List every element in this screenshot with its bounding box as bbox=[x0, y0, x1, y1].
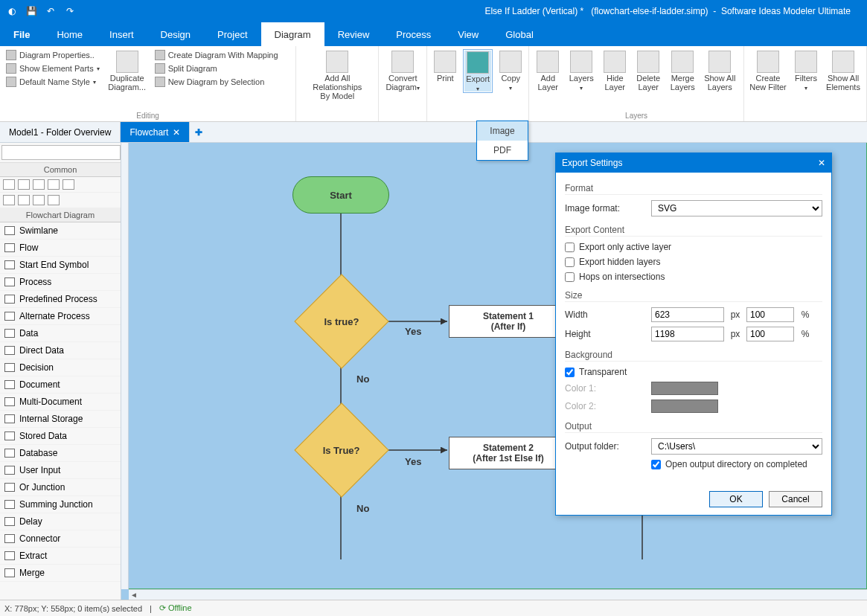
undo-icon[interactable]: ↶ bbox=[43, 4, 58, 19]
height-pct-input[interactable] bbox=[746, 327, 794, 341]
pointer-tool[interactable] bbox=[3, 179, 15, 190]
check-hidden-layers[interactable] bbox=[565, 257, 575, 267]
menu-view[interactable]: View bbox=[444, 22, 492, 46]
palette-item[interactable]: Database bbox=[0, 445, 121, 462]
add-tab-button[interactable]: ✚ bbox=[190, 122, 208, 142]
palette-item[interactable]: Decision bbox=[0, 359, 121, 376]
menu-process[interactable]: Process bbox=[383, 22, 444, 46]
app-icon: ◐ bbox=[4, 4, 19, 19]
menu-global[interactable]: Global bbox=[492, 22, 547, 46]
menu-diagram[interactable]: Diagram bbox=[261, 22, 324, 46]
export-image[interactable]: Image bbox=[477, 121, 528, 141]
palette-header-common: Common bbox=[0, 163, 121, 177]
split-diagram[interactable]: Split Diagram bbox=[153, 62, 280, 74]
menu-project[interactable]: Project bbox=[204, 22, 260, 46]
check-open-output[interactable] bbox=[651, 460, 661, 469]
palette-item[interactable]: Process bbox=[0, 274, 121, 291]
palette-item[interactable]: Alternate Process bbox=[0, 308, 121, 325]
ok-button[interactable]: OK bbox=[709, 491, 763, 507]
create-new-filter[interactable]: Create New Filter bbox=[749, 49, 787, 92]
export-button[interactable]: Export▾ bbox=[463, 49, 493, 93]
width-px-input[interactable] bbox=[651, 307, 724, 322]
check-hops[interactable] bbox=[565, 272, 575, 282]
node-start[interactable]: Start bbox=[292, 176, 389, 214]
height-px-input[interactable] bbox=[651, 327, 724, 341]
image-format-select[interactable]: SVG bbox=[651, 200, 822, 216]
add-layer[interactable]: Add Layer bbox=[534, 49, 562, 92]
menu-home[interactable]: Home bbox=[43, 22, 96, 46]
palette-item[interactable]: Predefined Process bbox=[0, 291, 121, 308]
output-folder-label: Output folder: bbox=[565, 441, 647, 452]
add-all-relationships[interactable]: Add All Relationships By Model bbox=[301, 49, 374, 100]
palette-item[interactable]: Direct Data bbox=[0, 342, 121, 359]
ribbon: Diagram Properties.. Show Element Parts … bbox=[0, 46, 867, 122]
palette-item[interactable]: Summing Junction bbox=[0, 496, 121, 513]
filters-button[interactable]: Filters▾ bbox=[792, 49, 820, 92]
new-diagram-selection[interactable]: New Diagram by Selection bbox=[153, 76, 280, 88]
show-all-elements[interactable]: Show All Elements bbox=[825, 49, 862, 92]
menu-insert[interactable]: Insert bbox=[96, 22, 147, 46]
color1-swatch[interactable] bbox=[651, 382, 718, 395]
check-transparent[interactable] bbox=[565, 368, 575, 377]
create-diagram-mapping[interactable]: Create Diagram With Mapping bbox=[153, 49, 280, 61]
export-dropdown: Image PDF bbox=[476, 121, 528, 161]
menu-design[interactable]: Design bbox=[147, 22, 204, 46]
tab-flowchart[interactable]: Flowchart✕ bbox=[121, 122, 190, 142]
group-format: Format bbox=[565, 183, 822, 195]
palette-item[interactable]: Start End Symbol bbox=[0, 257, 121, 274]
width-pct-input[interactable] bbox=[746, 307, 794, 322]
palette-item[interactable]: Swimlane bbox=[0, 222, 121, 240]
tab-folder-overview[interactable]: Model1 - Folder Overview bbox=[0, 122, 121, 142]
menu-bar: File Home Insert Design Project Diagram … bbox=[0, 22, 867, 46]
show-element-parts[interactable]: Show Element Parts ▾ bbox=[4, 62, 101, 74]
hide-layer[interactable]: Hide Layer bbox=[601, 49, 629, 92]
copy-button[interactable]: Copy▾ bbox=[497, 49, 524, 92]
palette-item[interactable]: Merge bbox=[0, 565, 121, 582]
show-all-layers[interactable]: Show All Layers bbox=[702, 49, 738, 92]
palette-item[interactable]: Or Junction bbox=[0, 479, 121, 496]
palette-item[interactable]: Connector bbox=[0, 530, 121, 548]
print-button[interactable]: Print bbox=[432, 49, 458, 83]
canvas[interactable]: Start Is true? Yes No Statement 1(After … bbox=[121, 143, 867, 600]
export-pdf[interactable]: PDF bbox=[477, 141, 528, 160]
palette-item[interactable]: User Input bbox=[0, 462, 121, 479]
palette-item[interactable]: Extract bbox=[0, 548, 121, 565]
save-icon[interactable]: 💾 bbox=[24, 4, 39, 19]
node-decision-1[interactable]: Is true? bbox=[294, 274, 388, 368]
check-only-active[interactable] bbox=[565, 243, 575, 252]
merge-layers[interactable]: Merge Layers bbox=[668, 49, 697, 92]
output-folder-select[interactable]: C:\Users\ bbox=[651, 438, 822, 455]
close-icon[interactable]: ✕ bbox=[173, 127, 180, 138]
convert-diagram[interactable]: Convert Diagram▾ bbox=[383, 49, 422, 92]
menu-review[interactable]: Review bbox=[324, 22, 383, 46]
node-statement-2[interactable]: Statement 2(After 1st Else If) bbox=[449, 437, 568, 469]
label-yes-2: Yes bbox=[405, 456, 421, 467]
node-statement-1[interactable]: Statement 1(After If) bbox=[449, 305, 568, 338]
palette-item[interactable]: Document bbox=[0, 376, 121, 394]
palette-item[interactable]: Flow bbox=[0, 240, 121, 257]
palette-item[interactable]: Data bbox=[0, 325, 121, 342]
height-label: Height bbox=[565, 329, 647, 339]
layers-button[interactable]: Layers▾ bbox=[566, 49, 596, 92]
menu-file[interactable]: File bbox=[0, 22, 43, 46]
search-input[interactable] bbox=[1, 145, 121, 160]
palette-item[interactable]: Internal Storage bbox=[0, 411, 121, 428]
label-yes-1: Yes bbox=[405, 326, 421, 337]
redo-icon[interactable]: ↷ bbox=[63, 4, 77, 19]
default-name-style[interactable]: Default Name Style ▾ bbox=[4, 76, 101, 88]
diagram-properties[interactable]: Diagram Properties.. bbox=[4, 49, 101, 61]
status-bar: X: 778px; Y: 558px; 0 item(s) selected |… bbox=[0, 600, 867, 616]
palette-item[interactable]: Multi-Document bbox=[0, 394, 121, 411]
document-tabs: Model1 - Folder Overview Flowchart✕ ✚ bbox=[0, 122, 867, 143]
label-no-2: No bbox=[356, 503, 369, 514]
palette-item[interactable]: Delay bbox=[0, 513, 121, 530]
color2-swatch[interactable] bbox=[651, 400, 718, 413]
delete-layer[interactable]: Delete Layer bbox=[633, 49, 663, 92]
palette-item[interactable]: Stored Data bbox=[0, 428, 121, 445]
node-decision-2[interactable]: Is True? bbox=[294, 402, 388, 497]
duplicate-diagram[interactable]: Duplicate Diagram... bbox=[106, 49, 149, 92]
label-no-1: No bbox=[356, 373, 369, 385]
cancel-button[interactable]: Cancel bbox=[769, 491, 822, 507]
dialog-close-icon[interactable]: ✕ bbox=[818, 158, 825, 168]
horizontal-scrollbar[interactable]: ◄ bbox=[129, 589, 867, 600]
